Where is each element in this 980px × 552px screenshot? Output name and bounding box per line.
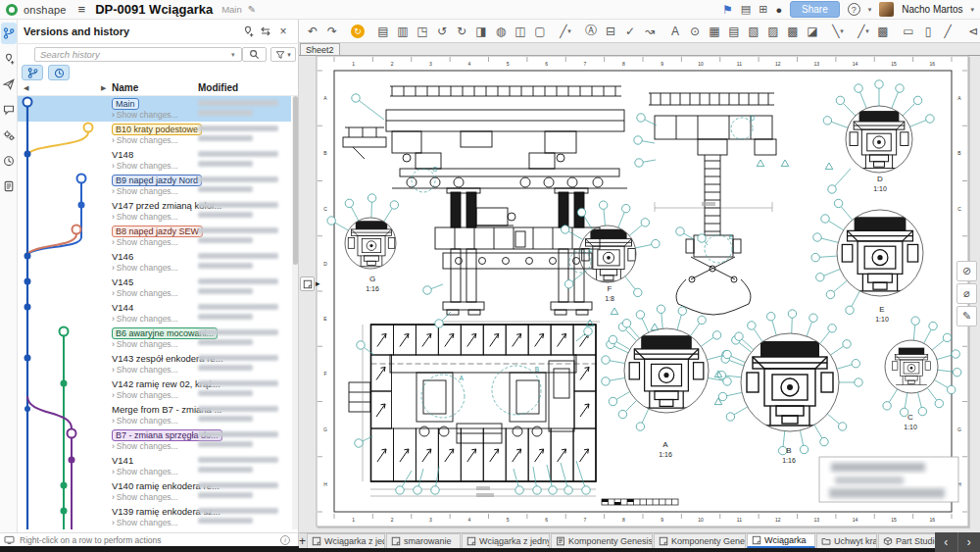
zoom-previous-button[interactable]: ⊲ — [963, 22, 980, 41]
help-caret-icon[interactable]: ▾ — [868, 6, 872, 14]
redo-button[interactable]: ↷ — [322, 22, 342, 41]
leader-note-button[interactable]: ↝ — [640, 22, 660, 41]
tab-wciągarka-z-jednym-bę-[interactable]: Wciągarka z jednym bę... — [307, 533, 385, 548]
show-changes-link[interactable]: ›Show changes... — [112, 288, 178, 298]
weld-table-button[interactable]: ▩ — [783, 22, 803, 41]
note-button[interactable]: A — [665, 22, 685, 41]
view-properties-button[interactable]: ▥ — [393, 22, 413, 41]
search-input[interactable] — [34, 47, 242, 62]
update-views-button[interactable]: ↻ — [348, 22, 368, 41]
version-row[interactable]: V145›Show changes... — [18, 275, 291, 300]
rail-versions-and-history[interactable] — [1, 23, 17, 44]
show-changes-link[interactable]: ›Show changes... — [112, 467, 178, 477]
export-sheet-button[interactable]: ▭ — [899, 22, 918, 41]
tab-komponenty-genesis-[interactable]: Komponenty Genesis - ... — [551, 533, 653, 548]
hide-dimensions-button[interactable]: ⊘ — [956, 261, 977, 281]
tabs-next-button[interactable]: › — [958, 532, 980, 552]
section-view-button[interactable]: ◨ — [471, 22, 491, 41]
detail-view-button[interactable]: ◍ — [491, 22, 511, 41]
insert-view-button[interactable]: ▤ — [373, 22, 393, 41]
inspection-dimension-button[interactable]: ✓ — [620, 22, 640, 41]
sketch-line-button[interactable]: ╱▾ — [854, 22, 873, 41]
sheets-panel-toggle[interactable] — [300, 276, 315, 291]
rail-create-version[interactable] — [1, 48, 17, 70]
hide-annotations-button[interactable]: ⌀ — [956, 283, 977, 304]
export-pdf-button[interactable]: ▯ — [918, 22, 938, 41]
version-row[interactable]: V140 ramię enkodera re...›Show changes..… — [18, 478, 291, 504]
mark-up-button[interactable]: ╱ — [938, 22, 957, 41]
version-row[interactable]: B8 napęd jazdy SEW›Show changes... — [18, 224, 291, 249]
auxiliary-view-button[interactable]: ◫ — [511, 22, 530, 41]
tab-uchwyt-kraty[interactable]: Uchwyt kraty — [816, 533, 877, 548]
version-row[interactable]: V143 zespół enkodera re...›Show changes.… — [18, 351, 291, 376]
rail-release-management[interactable] — [1, 74, 17, 95]
help-icon[interactable]: ? — [848, 3, 860, 16]
show-changes-link[interactable]: ›Show changes... — [112, 186, 178, 196]
rail-activity[interactable] — [1, 150, 17, 172]
show-changes-link[interactable]: ›Show changes... — [112, 339, 178, 349]
create-version-icon[interactable] — [239, 23, 257, 40]
onshape-logo-icon[interactable] — [6, 4, 18, 16]
revision-table-button[interactable]: ▨ — [763, 22, 783, 41]
show-changes-link[interactable]: ›Show changes... — [112, 161, 178, 171]
table-button[interactable]: ▦ — [705, 22, 724, 41]
show-changes-link[interactable]: ›Show changes... — [112, 441, 178, 451]
show-branches-toggle[interactable] — [22, 65, 43, 80]
tab-wciągarka-z-jednym-bę-[interactable]: Wciągarka z jednym bę... — [462, 533, 550, 548]
version-row[interactable]: V147 przed zmianą kolor...›Show changes.… — [18, 198, 291, 224]
show-changes-link[interactable]: ›Show changes... — [112, 237, 178, 247]
sheet-tab[interactable]: Sheet2 — [300, 43, 340, 55]
user-caret-icon[interactable]: ▾ — [970, 6, 974, 14]
show-changes-link[interactable]: ›Show changes... — [112, 492, 178, 502]
show-changes-link[interactable]: ›Show changes... — [112, 518, 178, 527]
expand-graph-icon[interactable]: ▶ — [101, 84, 106, 92]
line-style-button[interactable]: ╲▾ — [828, 22, 848, 41]
show-history-toggle[interactable] — [48, 65, 70, 80]
rotate-view-right-button[interactable]: ↻ — [452, 22, 471, 41]
expand-compare-icon[interactable] — [257, 23, 274, 40]
scrollbar-thumb[interactable] — [293, 96, 298, 265]
status-dot-icon[interactable]: ● — [775, 4, 782, 16]
show-changes-link[interactable]: ›Show changes... — [112, 416, 178, 426]
notifications-icon[interactable]: ⚑ — [722, 3, 733, 17]
show-changes-link[interactable]: ›Show changes... — [112, 135, 178, 145]
show-changes-link[interactable]: ›Show changes... — [112, 365, 178, 375]
bom-table-button[interactable]: ▤ — [724, 22, 744, 41]
callout-button[interactable]: Ⓐ — [581, 22, 601, 41]
show-changes-link[interactable]: ›Show changes... — [112, 314, 178, 324]
find-button[interactable]: ⊙ — [685, 22, 705, 41]
show-changes-link[interactable]: ›Show changes... — [112, 212, 178, 222]
tab-komponenty-genesis-[interactable]: Komponenty Genesis - ... — [654, 533, 746, 548]
version-row[interactable]: B7 - zmiana sprzęgła do...›Show changes.… — [18, 427, 291, 453]
centerline-button[interactable]: ╱▾ — [556, 22, 575, 41]
version-row[interactable]: Main›Show changes... — [18, 96, 291, 122]
add-tab-button[interactable]: + — [299, 533, 306, 548]
drawing-sheet[interactable]: 1122334455667788991010111112121313141415… — [299, 55, 980, 532]
show-changes-link[interactable]: ›Show changes... — [112, 110, 178, 120]
version-row[interactable]: B6 awaryjne mocowani...›Show changes... — [18, 326, 291, 351]
info-icon[interactable]: i — [280, 535, 290, 545]
projected-view-button[interactable]: ◳ — [413, 22, 432, 41]
rail-document-properties[interactable] — [1, 176, 17, 197]
share-button[interactable]: Share — [790, 1, 840, 18]
hamburger-menu-icon[interactable]: ≡ — [78, 2, 86, 17]
onshape-logo-text[interactable]: onshape — [24, 4, 67, 16]
hatch-button[interactable]: ▩ — [873, 22, 893, 41]
version-row[interactable]: V139 ramię enkodera sz...›Show changes..… — [18, 504, 291, 529]
version-row[interactable]: V142 ramię rew 02, krąż...›Show changes.… — [18, 376, 291, 402]
expand-arrow-icon[interactable]: ▸ — [316, 278, 320, 288]
tab-smarowanie[interactable]: smarowanie — [386, 533, 461, 548]
dimension-button[interactable]: ⊟ — [601, 22, 620, 41]
tab-wciągarka[interactable]: Wciągarka — [747, 533, 815, 548]
rail-integrations[interactable] — [1, 125, 17, 146]
panel-scrollbar[interactable] — [292, 96, 298, 529]
spreadsheet-icon[interactable]: ▤ — [741, 3, 751, 16]
apps-grid-icon[interactable]: ⊞ — [759, 3, 767, 16]
show-changes-link[interactable]: ›Show changes... — [112, 263, 178, 273]
collapse-graph-icon[interactable]: ◀ — [24, 84, 28, 92]
search-button[interactable] — [242, 47, 267, 62]
avatar[interactable] — [879, 2, 894, 17]
undo-button[interactable]: ↶ — [303, 22, 322, 41]
version-row[interactable]: V148›Show changes... — [18, 147, 291, 173]
modified-column-header[interactable]: Modified — [198, 82, 238, 93]
